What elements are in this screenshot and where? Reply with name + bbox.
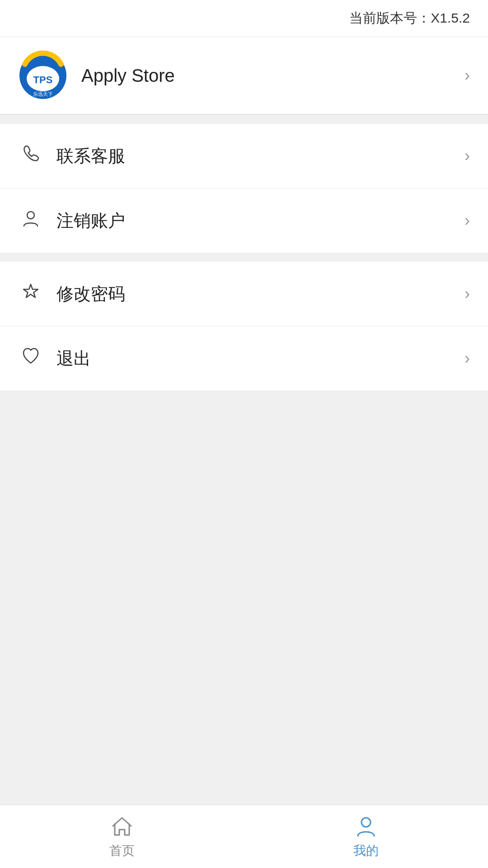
section-divider-1 [0,115,488,124]
cancel-account-label: 注销账户 [56,209,465,232]
profile-icon [354,814,378,838]
star-icon [18,282,43,306]
phone-icon [18,144,43,168]
version-text: 当前版本号：X1.5.2 [349,10,470,25]
menu-section-2: 修改密码 › 退出 › [0,262,488,391]
menu-item-contact-service[interactable]: 联系客服 › [0,124,488,189]
svg-text:乐迅天下: 乐迅天下 [33,91,53,97]
apply-store-label: Apply Store [81,66,465,86]
apply-store-chevron: › [465,66,470,85]
svg-point-6 [361,818,371,827]
home-icon [110,814,134,838]
tab-mine[interactable]: 我的 [244,805,488,868]
logout-label: 退出 [56,347,465,370]
change-password-label: 修改密码 [56,283,465,306]
tab-home-label: 首页 [109,842,135,859]
svg-point-4 [27,212,34,219]
svg-marker-5 [23,284,38,297]
menu-item-change-password[interactable]: 修改密码 › [0,262,488,326]
tab-home[interactable]: 首页 [0,805,244,868]
cancel-account-chevron: › [465,211,470,230]
change-password-chevron: › [465,284,470,303]
contact-service-label: 联系客服 [56,145,465,168]
tab-bar: 首页 我的 [0,805,488,868]
section-divider-2 [0,253,488,262]
menu-section-1: 联系客服 › 注销账户 › [0,124,488,253]
app-logo: TPS 乐迅天下 [18,51,68,100]
menu-item-logout[interactable]: 退出 › [0,326,488,391]
bottom-area [0,391,488,868]
heart-icon [18,347,43,370]
person-icon [18,209,43,232]
apply-store-row[interactable]: TPS 乐迅天下 Apply Store › [0,37,488,115]
logout-chevron: › [465,349,470,368]
svg-text:TPS: TPS [33,74,53,85]
tab-mine-label: 我的 [353,842,379,859]
menu-item-cancel-account[interactable]: 注销账户 › [0,189,488,253]
version-bar: 当前版本号：X1.5.2 [0,0,488,37]
contact-service-chevron: › [465,146,470,165]
